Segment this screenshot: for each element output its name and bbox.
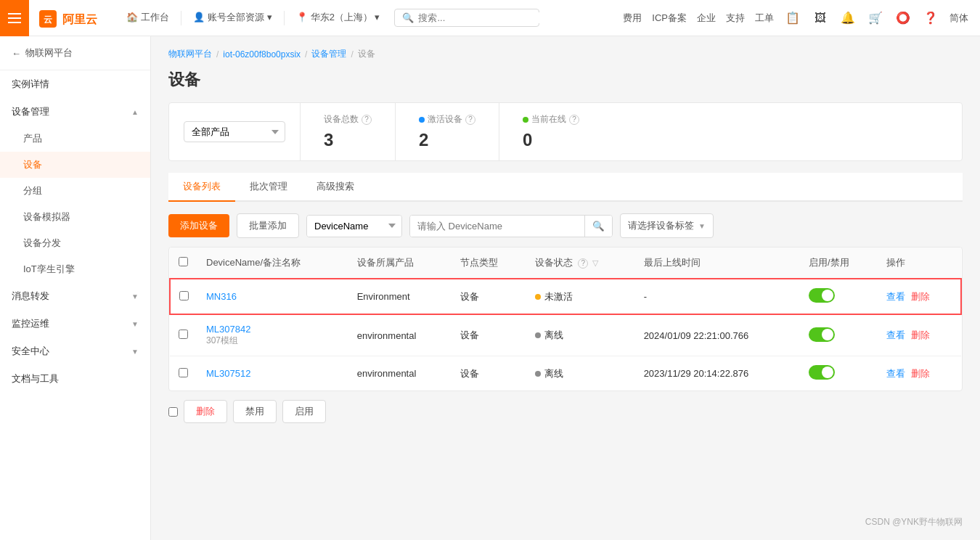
search-input[interactable]	[418, 12, 540, 23]
sidebar-item-msg-forward[interactable]: 消息转发 ▼	[0, 282, 150, 310]
nav-sep-2	[284, 11, 285, 25]
stat-active-label: 激活设备 ?	[419, 113, 475, 126]
th-product: 设备所属产品	[348, 248, 452, 279]
nav-cart-icon[interactable]: 🛒	[867, 9, 884, 27]
sidebar-item-device-mgmt[interactable]: 设备管理 ▲	[0, 98, 150, 126]
nav-enterprise[interactable]: 企业	[697, 12, 716, 25]
delete-link-1[interactable]: 删除	[911, 290, 930, 303]
nav-notification-icon[interactable]: 🔔	[839, 9, 857, 27]
nav-doc-icon[interactable]: 📋	[784, 9, 801, 27]
nav-region[interactable]: 📍 华东2（上海） ▾	[287, 0, 389, 36]
sidebar-item-monitor[interactable]: 监控运维 ▼	[0, 310, 150, 338]
stat-total-label: 设备总数 ?	[324, 113, 372, 126]
row-checkbox-2[interactable]	[179, 330, 188, 339]
row-device-name-cell: ML307842 307模组	[197, 314, 348, 356]
nav-icp[interactable]: ICP备案	[652, 12, 687, 25]
stat-total: 设备总数 ? 3	[301, 103, 396, 160]
nav-lang[interactable]: 简体	[950, 12, 968, 25]
row-enable-cell	[800, 279, 878, 314]
active-help-icon[interactable]: ?	[465, 115, 475, 125]
row-toggle-1[interactable]	[809, 288, 835, 303]
sidebar-item-group[interactable]: 分组	[0, 178, 150, 204]
nav-workbench-label: 工作台	[141, 11, 169, 24]
breadcrumb-device-mgmt[interactable]: 设备管理	[311, 48, 346, 60]
row-actions-cell: 查看 删除	[878, 279, 961, 314]
nav-support[interactable]: 支持	[726, 12, 745, 25]
sidebar-monitor-label: 监控运维	[12, 317, 49, 330]
filter-select-wrap: DeviceName	[306, 215, 402, 237]
device-name-input[interactable]	[410, 216, 584, 237]
status-filter-icon[interactable]: ▽	[592, 258, 598, 267]
row-checkbox-3[interactable]	[179, 368, 188, 377]
select-all-checkbox[interactable]	[179, 257, 188, 266]
breadcrumb-instance[interactable]: iot-06z00f8bo0pxsix	[223, 49, 301, 60]
delete-button[interactable]: 删除	[184, 400, 227, 423]
sidebar-item-product[interactable]: 产品	[0, 126, 150, 152]
device-name-filter-select[interactable]: DeviceName	[307, 216, 401, 237]
device-name-link-1[interactable]: MN316	[206, 291, 237, 302]
sidebar-item-iot-twin[interactable]: IoT孪生引擎	[0, 256, 150, 282]
search-button[interactable]: 🔍	[584, 216, 612, 237]
view-link-2[interactable]: 查看	[886, 329, 905, 342]
row-toggle-2[interactable]	[809, 327, 835, 342]
sidebar-item-instance[interactable]: 实例详情	[0, 70, 150, 98]
row-checkbox-cell	[170, 279, 197, 314]
view-link-3[interactable]: 查看	[886, 367, 905, 380]
sidebar-item-device[interactable]: 设备	[0, 152, 150, 178]
tag-select[interactable]: 请选择设备标签 ▼	[620, 213, 714, 238]
row-status-text-3: 离线	[544, 367, 563, 380]
add-device-button[interactable]: 添加设备	[168, 214, 229, 237]
menu-button[interactable]	[0, 0, 29, 36]
nav-workbench[interactable]: 🏠 工作台	[118, 0, 178, 36]
device-remark-2: 307模组	[206, 335, 340, 347]
online-help-icon[interactable]: ?	[569, 115, 579, 125]
row-checkbox-cell	[170, 356, 197, 391]
sidebar-back[interactable]: ← 物联网平台	[0, 36, 150, 70]
th-device-name: DeviceName/备注名称	[197, 248, 348, 279]
sidebar-docs-label: 文档与工具	[12, 372, 59, 385]
th-enable: 启用/禁用	[800, 248, 878, 279]
enable-button[interactable]: 启用	[282, 400, 326, 423]
sidebar-item-security[interactable]: 安全中心 ▼	[0, 338, 150, 365]
device-name-link-2[interactable]: ML307842	[206, 324, 250, 335]
row-action-links-1: 查看 删除	[886, 290, 952, 303]
nav-account[interactable]: 👤 账号全部资源 ▾	[184, 0, 281, 36]
nav-circle-icon[interactable]: ⭕	[894, 9, 912, 27]
view-link-1[interactable]: 查看	[886, 290, 905, 303]
status-help-icon[interactable]: ?	[578, 257, 591, 268]
row-checkbox-1[interactable]	[179, 291, 189, 300]
region-icon: 📍	[296, 12, 308, 22]
product-filter-select[interactable]: 全部产品	[184, 121, 285, 142]
row-actions-cell: 查看 删除	[878, 314, 961, 356]
table-row: MN316 Environment 设备 未激活 -	[170, 279, 961, 314]
sidebar-section: 实例详情 设备管理 ▲ 产品 设备 分组 设备模拟器 设备分发	[0, 70, 150, 393]
nav-ticket[interactable]: 工单	[755, 12, 774, 25]
batch-add-button[interactable]: 批量添加	[237, 213, 299, 238]
filter-input-wrap[interactable]: 🔍	[409, 215, 613, 237]
table-row: ML307842 307模组 environmental 设备 离线 2024/…	[170, 314, 961, 356]
search-box[interactable]: 🔍	[394, 9, 539, 27]
delete-link-3[interactable]: 删除	[911, 367, 930, 380]
nav-fee[interactable]: 费用	[623, 12, 642, 25]
tab-advanced-search[interactable]: 高级搜索	[302, 173, 369, 202]
nav-sep-1	[181, 11, 181, 25]
th-status: 设备状态 ? ▽	[526, 248, 635, 279]
breadcrumb-iot[interactable]: 物联网平台	[168, 48, 212, 60]
nav-help-icon[interactable]: ❓	[922, 9, 939, 27]
nav-image-icon[interactable]: 🖼	[812, 9, 829, 27]
search-icon: 🔍	[402, 12, 414, 23]
stat-online: 当前在线 ? 0	[499, 103, 603, 160]
total-help-icon[interactable]: ?	[362, 115, 372, 125]
sidebar-item-distribute[interactable]: 设备分发	[0, 230, 150, 256]
online-dot	[523, 117, 528, 123]
sidebar-item-docs[interactable]: 文档与工具	[0, 365, 150, 393]
sidebar-item-simulator[interactable]: 设备模拟器	[0, 204, 150, 230]
tab-batch-mgmt[interactable]: 批次管理	[235, 173, 302, 202]
disable-button[interactable]: 禁用	[233, 400, 277, 423]
tab-device-list[interactable]: 设备列表	[168, 173, 235, 202]
stats-row: 全部产品 设备总数 ? 3 激活设备 ? 2	[168, 102, 963, 161]
device-name-link-3[interactable]: ML307512	[206, 368, 250, 379]
delete-link-2[interactable]: 删除	[911, 329, 930, 342]
row-toggle-3[interactable]	[809, 365, 835, 380]
bottom-checkbox[interactable]	[168, 407, 178, 417]
